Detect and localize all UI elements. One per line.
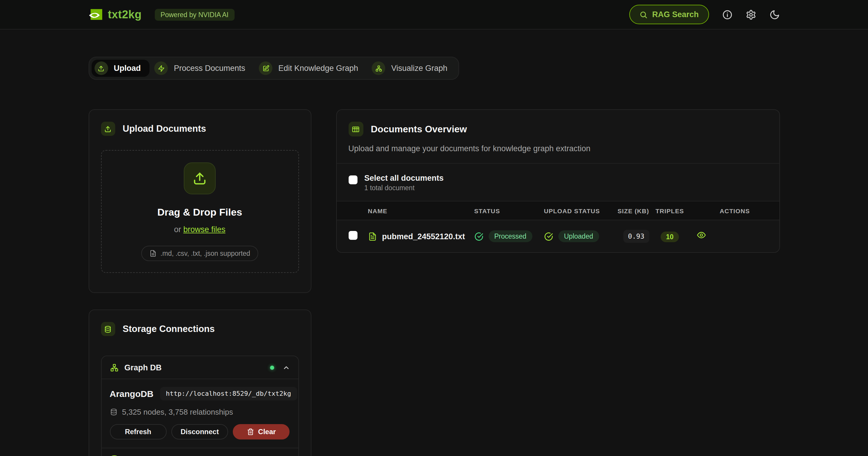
table-row: pubmed_24552120.txt Processed Uploaded <box>337 220 779 252</box>
upload-icon <box>101 122 115 136</box>
view-document-button[interactable] <box>696 230 706 240</box>
chevron-up-icon <box>282 364 290 371</box>
edit-icon <box>259 61 272 75</box>
storage-connections-card: Storage Connections Graph DB <box>88 310 311 456</box>
tab-process-documents[interactable]: Process Documents <box>152 60 254 77</box>
graph-db-details: ArangoDB http://localhost:8529/_db/txt2k… <box>101 379 298 448</box>
graph-db-label: Graph DB <box>124 363 162 372</box>
network-icon <box>372 61 385 75</box>
column-header-name: NAME <box>368 207 474 214</box>
status-badge: Processed <box>488 230 532 242</box>
info-button[interactable] <box>722 9 733 20</box>
tab-label: Edit Knowledge Graph <box>278 64 358 73</box>
tab-label: Upload <box>114 64 141 73</box>
total-documents-label: 1 total document <box>364 184 444 191</box>
or-text: or <box>174 225 181 234</box>
document-name: pubmed_24552120.txt <box>382 232 465 241</box>
db-connections-panel: Graph DB <box>101 356 299 456</box>
clear-button[interactable]: Clear <box>233 424 290 439</box>
row-checkbox[interactable] <box>348 231 357 239</box>
column-header-upload-status: UPLOAD STATUS <box>544 207 615 214</box>
tab-upload[interactable]: Upload <box>91 60 150 77</box>
info-icon <box>722 9 733 20</box>
dropzone-title: Drag & Drop Files <box>157 206 242 218</box>
supported-formats-text: .md, .csv, .txt, .json supported <box>160 250 250 257</box>
vector-db-toggle[interactable]: Vector DB <box>101 448 298 456</box>
connected-status-dot <box>270 365 274 369</box>
browse-files-link[interactable]: browse files <box>183 225 226 234</box>
app-name: txt2kg <box>108 8 142 21</box>
triples-count-badge: 10 <box>660 231 679 242</box>
column-header-actions: ACTIONS <box>690 207 779 214</box>
settings-button[interactable] <box>745 9 756 20</box>
brand: txt2kg Powered by NVIDIA AI <box>88 8 234 21</box>
tab-visualize-graph[interactable]: Visualize Graph <box>369 60 456 77</box>
nvidia-logo-icon <box>88 8 102 21</box>
graph-db-endpoint: http://localhost:8529/_db/txt2kg <box>160 387 297 400</box>
database-icon <box>110 408 117 416</box>
tab-bar: Upload Process Documents Edit Knowledge … <box>88 57 459 80</box>
file-icon <box>149 250 156 257</box>
graph-db-provider: ArangoDB <box>110 389 153 399</box>
rag-search-button[interactable]: RAG Search <box>629 5 709 24</box>
upload-status-badge: Uploaded <box>558 230 599 242</box>
rag-search-label: RAG Search <box>652 10 699 19</box>
file-dropzone[interactable]: Drag & Drop Files or browse files .md, .… <box>101 150 299 273</box>
card-title: Upload Documents <box>123 124 206 134</box>
check-circle-icon <box>474 232 483 241</box>
supported-formats-pill: .md, .csv, .txt, .json supported <box>141 246 258 261</box>
select-all-checkbox[interactable] <box>348 175 357 184</box>
search-icon <box>639 10 647 19</box>
database-icon <box>110 455 119 456</box>
upload-icon <box>94 61 108 75</box>
documents-overview-card: Documents Overview Upload and manage you… <box>336 109 780 253</box>
vector-db-label: Vector DB <box>124 455 162 456</box>
graph-db-stats: 5,325 nodes, 3,758 relationships <box>122 408 233 416</box>
table-icon <box>348 122 363 136</box>
refresh-button[interactable]: Refresh <box>110 424 167 439</box>
tab-edit-knowledge-graph[interactable]: Edit Knowledge Graph <box>256 60 367 77</box>
card-title: Documents Overview <box>371 124 467 134</box>
card-title: Storage Connections <box>123 324 215 334</box>
theme-toggle-button[interactable] <box>769 9 780 20</box>
database-icon <box>101 322 115 336</box>
table-header-row: NAME STATUS UPLOAD STATUS SIZE (KB) TRIP… <box>337 201 779 220</box>
upload-documents-card: Upload Documents Drag & Drop Files or br… <box>88 109 311 293</box>
graph-db-toggle[interactable]: Graph DB <box>101 356 298 379</box>
column-header-size: SIZE (KB) <box>615 207 649 214</box>
app-root: txt2kg Powered by NVIDIA AI RAG Search <box>0 0 868 456</box>
graph-network-icon <box>110 363 119 372</box>
select-all-label: Select all documents <box>364 174 444 183</box>
tab-label: Process Documents <box>174 64 246 73</box>
column-header-status: STATUS <box>474 207 544 214</box>
clear-label: Clear <box>258 428 276 436</box>
card-subtitle: Upload and manage your documents for kno… <box>348 144 767 153</box>
documents-table: NAME STATUS UPLOAD STATUS SIZE (KB) TRIP… <box>337 201 779 252</box>
tab-label: Visualize Graph <box>391 64 447 73</box>
size-value: 0.93 <box>623 230 649 243</box>
check-circle-icon <box>544 232 553 241</box>
column-header-triples: TRIPLES <box>649 207 690 214</box>
upload-icon <box>184 162 216 194</box>
file-text-icon <box>368 232 377 241</box>
moon-icon <box>769 9 780 20</box>
powered-by-badge: Powered by NVIDIA AI <box>155 8 234 21</box>
trash-icon <box>247 428 254 435</box>
eye-icon <box>696 230 706 240</box>
zap-icon <box>155 61 168 75</box>
disconnect-button[interactable]: Disconnect <box>172 424 228 439</box>
gear-icon <box>745 9 756 20</box>
top-bar: txt2kg Powered by NVIDIA AI RAG Search <box>0 0 868 30</box>
